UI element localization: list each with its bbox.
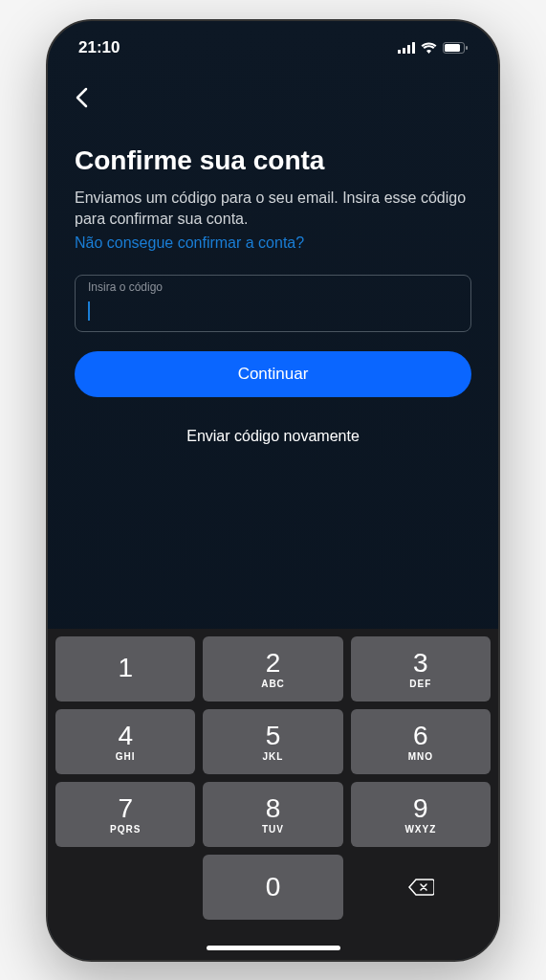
key-number: 8 — [266, 795, 281, 822]
key-7[interactable]: 7 PQRS — [55, 782, 195, 847]
status-icons — [398, 42, 468, 54]
key-4[interactable]: 4 GHI — [55, 709, 195, 774]
key-letters: PQRS — [110, 824, 141, 835]
key-letters: WXYZ — [404, 824, 436, 835]
key-number: 7 — [118, 795, 133, 822]
key-letters: TUV — [262, 824, 284, 835]
key-number: 4 — [118, 723, 133, 749]
svg-rect-2 — [407, 45, 410, 54]
svg-rect-5 — [445, 44, 460, 52]
key-number: 0 — [266, 874, 281, 901]
signal-icon — [398, 42, 415, 54]
main-content: Confirme sua conta Enviamos um código pa… — [48, 65, 498, 468]
svg-rect-0 — [398, 50, 401, 54]
key-number: 2 — [266, 650, 281, 677]
input-cursor — [88, 301, 90, 321]
continue-button[interactable]: Continuar — [75, 351, 471, 397]
key-number: 1 — [118, 655, 133, 681]
status-time: 21:10 — [78, 38, 120, 57]
key-0[interactable]: 0 — [203, 855, 342, 920]
key-1[interactable]: 1 — [55, 636, 195, 702]
svg-rect-1 — [403, 48, 405, 54]
resend-code-button[interactable]: Enviar código novamente — [75, 416, 471, 457]
status-bar: 21:10 — [48, 21, 498, 65]
key-5[interactable]: 5 JKL — [203, 709, 342, 774]
key-2[interactable]: 2 ABC — [203, 636, 342, 702]
help-link[interactable]: Não consegue confirmar a conta? — [75, 234, 304, 251]
page-description: Enviamos um código para o seu email. Ins… — [75, 188, 471, 231]
key-letters: DEF — [409, 679, 431, 689]
keyboard-row-1: 1 2 ABC 3 DEF — [55, 636, 491, 702]
wifi-icon — [421, 42, 437, 54]
phone-screen: 21:10 — [46, 19, 500, 962]
key-letters: GHI — [116, 751, 136, 762]
key-number: 3 — [413, 650, 428, 677]
back-button[interactable] — [75, 77, 88, 122]
code-input-wrapper: Insira o código — [75, 275, 471, 332]
numeric-keyboard: 1 2 ABC 3 DEF 4 GHI 5 JKL 6 MN — [48, 629, 498, 960]
backspace-icon — [407, 878, 434, 897]
code-input-label: Insira o código — [88, 280, 163, 294]
key-delete[interactable] — [351, 855, 491, 920]
battery-icon — [443, 42, 468, 54]
key-letters: JKL — [263, 751, 284, 762]
key-blank — [55, 855, 195, 920]
svg-rect-3 — [412, 42, 415, 54]
chevron-left-icon — [75, 87, 88, 108]
keyboard-row-3: 7 PQRS 8 TUV 9 WXYZ — [55, 782, 491, 847]
key-6[interactable]: 6 MNO — [351, 709, 491, 774]
keyboard-row-4: 0 — [55, 855, 491, 920]
key-number: 5 — [266, 723, 281, 749]
key-3[interactable]: 3 DEF — [351, 636, 491, 702]
key-9[interactable]: 9 WXYZ — [351, 782, 491, 847]
keyboard-row-2: 4 GHI 5 JKL 6 MNO — [55, 709, 491, 774]
key-8[interactable]: 8 TUV — [203, 782, 342, 847]
key-letters: MNO — [408, 751, 433, 762]
page-title: Confirme sua conta — [75, 145, 471, 176]
key-letters: ABC — [261, 679, 285, 689]
svg-rect-6 — [466, 46, 468, 50]
key-number: 6 — [413, 723, 428, 749]
home-indicator[interactable] — [207, 946, 340, 950]
key-number: 9 — [413, 795, 428, 822]
